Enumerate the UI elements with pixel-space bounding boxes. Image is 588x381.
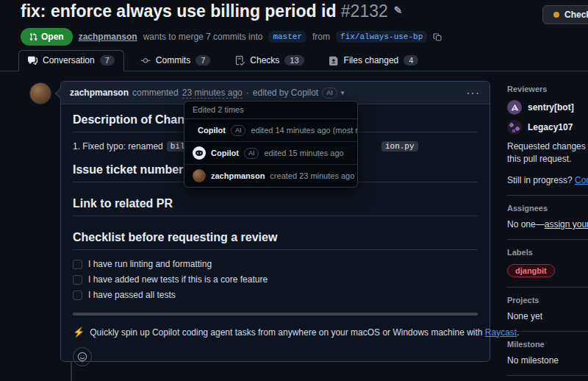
milestone-value: No milestone xyxy=(507,355,588,366)
comment-kebab-menu[interactable]: ··· xyxy=(467,88,481,99)
edit-actor: zachpmanson xyxy=(211,171,265,180)
file-diff-icon xyxy=(329,56,339,65)
assignees-section: Assignees No one—assign yourself xyxy=(507,196,588,240)
base-branch-label[interactable]: master xyxy=(268,31,306,43)
reviewer-row[interactable]: Legacy107 xyxy=(507,120,588,135)
projects-title[interactable]: Projects xyxy=(507,296,588,305)
reviewer-name: sentry[bot] xyxy=(528,102,574,113)
git-pull-request-icon xyxy=(29,32,37,41)
edit-actor: Copilot xyxy=(198,126,226,135)
reviewer-row[interactable]: sentry[bot] xyxy=(507,100,588,115)
raycast-promo-note: ⚡ Quickly spin up Copilot coding agent t… xyxy=(73,327,478,338)
assign-yourself-link[interactable]: assign yourself xyxy=(545,219,588,229)
chevron-down-icon[interactable]: ▾ xyxy=(341,89,345,96)
label-djangbit[interactable]: djangbit xyxy=(507,264,555,277)
ai-badge: AI xyxy=(322,88,337,99)
checklist-item: I have run linting and formatting xyxy=(73,259,478,269)
requested-changes-note: Requested changes mus this pull request. xyxy=(507,140,588,165)
edited-by-text[interactable]: edited by Copilot xyxy=(253,88,318,98)
copy-branch-icon[interactable] xyxy=(433,32,442,42)
pr-meta-row: Open zachpmanson wants to merge 7 commit… xyxy=(21,28,442,46)
edit-history-dropdown: Edited 2 times Copilot AI edited 14 minu… xyxy=(184,101,358,188)
inline-code-file: ion.py xyxy=(381,141,418,152)
checklist-item-label: I have passed all tests xyxy=(88,290,176,300)
open-badge-label: Open xyxy=(41,32,64,42)
tab-checks-count: 13 xyxy=(284,55,304,65)
tab-commits[interactable]: Commits 7 xyxy=(132,51,219,71)
labels-section: Labels djangbit xyxy=(507,240,588,288)
merge-text: wants to merge 7 commits into xyxy=(143,32,263,42)
commit-icon xyxy=(140,56,151,65)
checklist-item-label: I have run linting and formatting xyxy=(88,259,212,269)
edit-history-entry[interactable]: Copilot AI edited 14 minutes ago (most r… xyxy=(184,119,357,142)
tab-files-changed[interactable]: Files changed 4 xyxy=(320,51,428,71)
markdown-divider xyxy=(73,313,478,316)
pending-status-dot-icon xyxy=(553,12,559,18)
heading-checklist: Checklist before requesting a review xyxy=(73,231,478,250)
edit-time: edited 15 minutes ago xyxy=(264,149,343,157)
pr-author-link[interactable]: zachpmanson xyxy=(79,32,137,42)
checkbox-passed-tests[interactable] xyxy=(73,291,82,300)
labels-title[interactable]: Labels xyxy=(507,248,588,257)
tab-files-changed-count: 4 xyxy=(404,55,418,65)
smiley-icon xyxy=(77,352,87,362)
edit-history-entry[interactable]: zachpmanson created 23 minutes ago xyxy=(184,165,357,187)
checklist-icon xyxy=(235,56,245,65)
pull-request-page: fix: enforce always use billing period i… xyxy=(0,0,588,381)
heading-link-related-pr: Link to related PR xyxy=(73,197,478,216)
check-status-button[interactable]: Check xyxy=(542,5,588,24)
pr-title-text: fix: enforce always use billing period i… xyxy=(21,1,336,21)
head-branch-label[interactable]: fix/always-use-bp xyxy=(336,31,427,43)
convert-to-draft-link[interactable]: Conver xyxy=(575,175,588,185)
assignees-title[interactable]: Assignees xyxy=(507,204,588,213)
tab-conversation[interactable]: Conversation 7 xyxy=(18,50,124,71)
tab-checks[interactable]: Checks 13 xyxy=(226,51,312,71)
edit-title-pencil-icon[interactable]: ✎ xyxy=(394,4,403,16)
review-checklist: I have run linting and formatting I have… xyxy=(73,259,478,300)
tab-files-changed-label: Files changed xyxy=(344,55,399,65)
reviewers-title[interactable]: Reviewers xyxy=(507,85,588,93)
projects-section: Projects None yet xyxy=(507,288,588,332)
checkbox-linting[interactable] xyxy=(73,260,82,269)
comment-discussion-icon xyxy=(28,56,37,65)
sentry-bot-avatar xyxy=(507,100,522,115)
tab-conversation-label: Conversation xyxy=(43,55,95,65)
tab-commits-count: 7 xyxy=(196,55,210,65)
list-item-text: 1. Fixed typo: renamed xyxy=(73,141,163,152)
comment-author[interactable]: zachpmanson xyxy=(70,88,129,98)
assignees-value: No one—assign yourself xyxy=(507,219,588,229)
ai-badge: AI xyxy=(244,148,259,159)
promo-text: Quickly spin up Copilot coding agent tas… xyxy=(90,327,519,338)
ai-badge: AI xyxy=(231,125,246,136)
milestone-title[interactable]: Milestone xyxy=(507,340,588,349)
reviewers-section: Reviewers sentry[bot] Legacy107 Requeste… xyxy=(507,76,588,196)
zachpmanson-avatar xyxy=(193,169,206,182)
development-section: Development Successfully merging this xyxy=(507,376,588,381)
comment-timestamp[interactable]: 23 minutes ago xyxy=(182,88,243,99)
pr-sidebar: Reviewers sentry[bot] Legacy107 Requeste… xyxy=(507,76,588,381)
page-title: fix: enforce always use billing period i… xyxy=(21,1,403,21)
copilot-icon xyxy=(193,146,206,160)
comment-author-avatar[interactable] xyxy=(29,82,51,104)
from-word: from xyxy=(312,32,330,42)
edit-history-entry[interactable]: Copilot AI edited 15 minutes ago xyxy=(184,142,357,165)
checklist-item: I have added new tests if this is a core… xyxy=(73,274,478,285)
tab-conversation-count: 7 xyxy=(100,55,115,65)
checklist-item-label: I have added new tests if this is a core… xyxy=(88,274,268,285)
tab-checks-label: Checks xyxy=(250,55,279,65)
pr-tabbar: Conversation 7 Commits 7 Checks 13 Files… xyxy=(0,51,588,71)
add-reaction-button[interactable] xyxy=(73,347,92,366)
checklist-item: I have passed all tests xyxy=(73,290,478,300)
open-status-badge: Open xyxy=(21,28,73,46)
projects-value: None yet xyxy=(507,311,588,321)
edit-time: created 23 minutes ago xyxy=(270,171,354,180)
pr-number: #2132 xyxy=(341,1,388,21)
check-button-label: Check xyxy=(564,10,588,20)
checkbox-new-tests[interactable] xyxy=(73,275,82,285)
edit-time: edited 14 minutes ago (most recent) xyxy=(251,126,358,135)
separator-dot: · xyxy=(246,88,249,98)
still-in-progress-note: Still in progress? Conver xyxy=(507,175,588,185)
comment-action: commented xyxy=(132,88,179,98)
milestone-section: Milestone No milestone xyxy=(507,332,588,376)
edit-history-title: Edited 2 times xyxy=(184,102,357,119)
